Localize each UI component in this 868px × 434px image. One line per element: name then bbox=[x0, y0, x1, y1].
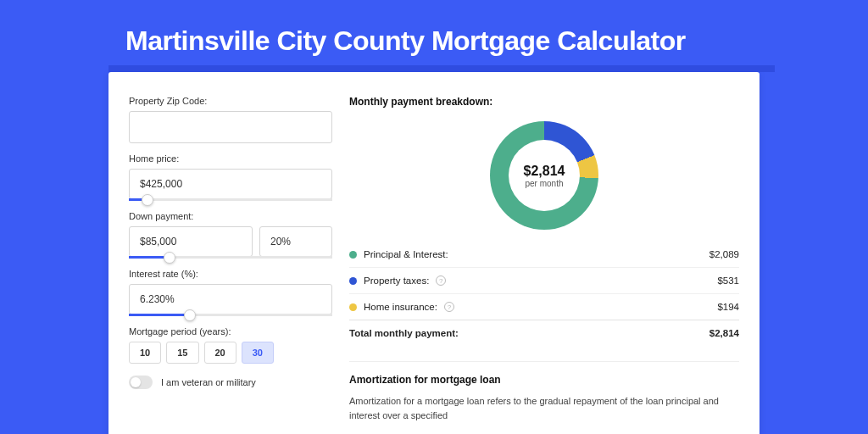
veteran-toggle-row: I am veteran or military bbox=[129, 376, 332, 389]
veteran-toggle-knob bbox=[131, 377, 141, 387]
mortgage-period-options: 10 15 20 30 bbox=[129, 342, 332, 364]
amortization-text: Amortization for a mortgage loan refers … bbox=[349, 394, 739, 422]
down-payment-slider[interactable] bbox=[129, 256, 332, 259]
page-title: Martinsville City County Mortgage Calcul… bbox=[0, 0, 868, 72]
period-option-30[interactable]: 30 bbox=[242, 342, 274, 364]
legend-row-total: Total monthly payment: $2,814 bbox=[349, 320, 739, 346]
legend-label-taxes: Property taxes: bbox=[364, 275, 429, 286]
legend-value-insurance: $194 bbox=[717, 302, 739, 312]
mortgage-period-field: Mortgage period (years): 10 15 20 30 bbox=[129, 326, 332, 364]
down-payment-amount-input[interactable] bbox=[129, 226, 253, 257]
zip-label: Property Zip Code: bbox=[129, 96, 332, 106]
swatch-insurance bbox=[349, 303, 357, 311]
interest-rate-label: Interest rate (%): bbox=[129, 269, 332, 279]
donut-chart-wrap: $2,814 per month bbox=[349, 116, 739, 242]
donut-sub: per month bbox=[525, 179, 563, 188]
home-price-slider[interactable] bbox=[129, 198, 332, 201]
legend-row-principal: Principal & Interest: $2,089 bbox=[349, 242, 739, 267]
period-option-15[interactable]: 15 bbox=[166, 342, 198, 364]
calculator-card: Property Zip Code: Home price: Down paym… bbox=[108, 72, 760, 434]
period-option-10[interactable]: 10 bbox=[129, 342, 161, 364]
home-price-slider-thumb[interactable] bbox=[142, 194, 153, 206]
legend: Principal & Interest: $2,089 Property ta… bbox=[349, 242, 739, 346]
swatch-principal bbox=[349, 251, 357, 259]
breakdown-title: Monthly payment breakdown: bbox=[349, 96, 739, 108]
home-price-field: Home price: bbox=[129, 153, 332, 201]
interest-rate-slider[interactable] bbox=[129, 314, 332, 316]
down-payment-label: Down payment: bbox=[129, 211, 332, 221]
down-payment-percent-input[interactable] bbox=[259, 226, 332, 257]
donut-center: $2,814 per month bbox=[490, 121, 598, 230]
interest-rate-field: Interest rate (%): bbox=[129, 269, 332, 316]
home-price-label: Home price: bbox=[129, 153, 332, 164]
period-option-20[interactable]: 20 bbox=[204, 342, 236, 364]
amortization-title: Amortization for mortgage loan bbox=[349, 374, 739, 386]
info-icon[interactable]: ? bbox=[436, 275, 446, 286]
zip-field: Property Zip Code: bbox=[129, 96, 332, 143]
donut-amount: $2,814 bbox=[524, 164, 565, 179]
legend-value-total: $2,814 bbox=[709, 328, 739, 338]
legend-row-insurance: Home insurance: ? $194 bbox=[349, 293, 739, 320]
legend-label-total: Total monthly payment: bbox=[349, 328, 459, 338]
down-payment-slider-thumb[interactable] bbox=[164, 252, 175, 264]
info-icon[interactable]: ? bbox=[444, 302, 454, 312]
home-price-input[interactable] bbox=[129, 169, 332, 199]
breakdown-column: Monthly payment breakdown: $2,814 per mo… bbox=[349, 96, 739, 422]
zip-input[interactable] bbox=[129, 111, 332, 143]
legend-label-insurance: Home insurance: bbox=[364, 302, 437, 312]
veteran-toggle-label: I am veteran or military bbox=[161, 377, 256, 387]
legend-value-taxes: $531 bbox=[717, 275, 739, 286]
interest-rate-input[interactable] bbox=[129, 284, 332, 314]
inputs-column: Property Zip Code: Home price: Down paym… bbox=[129, 96, 332, 422]
donut-chart: $2,814 per month bbox=[490, 121, 598, 230]
legend-row-taxes: Property taxes: ? $531 bbox=[349, 267, 739, 293]
legend-label-principal: Principal & Interest: bbox=[364, 249, 448, 259]
legend-value-principal: $2,089 bbox=[709, 249, 739, 259]
down-payment-field: Down payment: bbox=[129, 211, 332, 259]
amortization-section: Amortization for mortgage loan Amortizat… bbox=[349, 361, 739, 422]
interest-rate-slider-thumb[interactable] bbox=[184, 309, 196, 321]
swatch-taxes bbox=[349, 277, 357, 285]
mortgage-period-label: Mortgage period (years): bbox=[129, 326, 332, 337]
veteran-toggle[interactable] bbox=[129, 376, 153, 389]
